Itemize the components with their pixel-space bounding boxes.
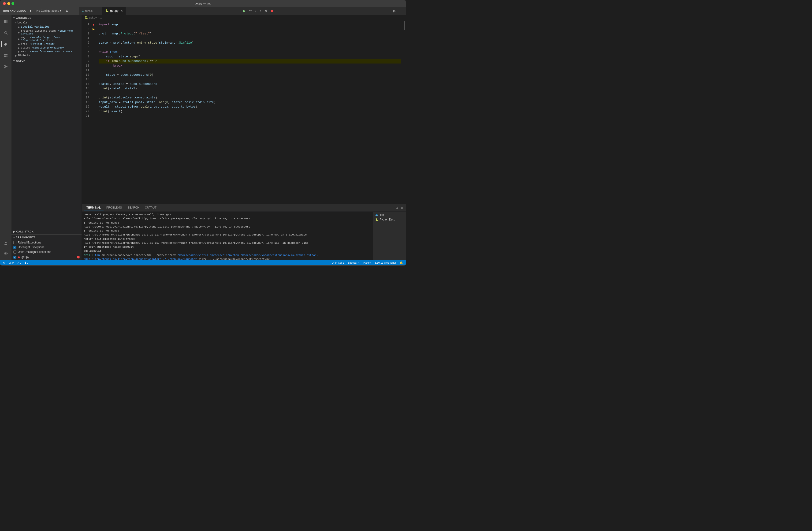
status-right: Ln 9, Col 1 Spaces: 4 Python 3.10.11 ('r… [331, 261, 404, 264]
special-vars-item[interactable]: ▶ special variables [12, 25, 82, 29]
terminal-line-10: bdb.BdbQuit [84, 249, 371, 253]
terminal-close-btn[interactable]: × [400, 205, 404, 210]
terminal-collapse-btn[interactable]: ∧ [395, 205, 399, 210]
terminal-split-btn[interactable]: ⊞ [384, 205, 388, 210]
watch-header[interactable]: ▾ WATCH [12, 58, 82, 63]
status-python-version[interactable]: 3.10.11 ('re': venv) [374, 261, 397, 264]
bp-get-py-checkbox[interactable]: ✓ [13, 256, 16, 259]
editor-scrollbar-thumb[interactable] [404, 21, 405, 30]
terminal-python-label: Python De... [379, 218, 395, 221]
run-debug-label: RUN AND DEBUG [3, 9, 27, 12]
breakpoints-header[interactable]: ▾ BREAKPOINTS [12, 234, 82, 240]
tab-label-get-py: get.py [110, 9, 118, 12]
run-to-btn[interactable]: ▷ [392, 8, 397, 14]
terminal-fish[interactable]: 🐟 fish [373, 213, 406, 217]
editor-scrollbar[interactable] [404, 20, 406, 204]
activity-search[interactable] [1, 28, 11, 38]
call-stack-header[interactable]: ▶ CALL STACK [12, 229, 82, 234]
terminal-line-6: File "/opt/homebrew/Cellar/python@3.10/3… [84, 233, 371, 237]
more-button[interactable]: ··· [71, 9, 76, 13]
settings-button[interactable]: ⚙ [65, 9, 70, 13]
ln-4: 4 [82, 36, 89, 41]
globals-group[interactable]: ▶ Globals [12, 54, 82, 58]
variables-header[interactable]: ▾ VARIABLES [12, 15, 82, 20]
code-editor[interactable]: import angr proj = angr.Project("./test"… [96, 20, 404, 204]
debug-stop-btn[interactable]: ■ [270, 8, 274, 14]
activity-source-control[interactable] [1, 62, 11, 71]
status-debug-icon[interactable]: ⚙ [2, 261, 6, 264]
tab-search[interactable]: SEARCH [125, 205, 142, 211]
terminal-add-btn[interactable]: + [379, 205, 383, 210]
tab-problems[interactable]: PROBLEMS [104, 205, 125, 211]
bp-user-uncaught-exceptions[interactable]: User Uncaught Exceptions [12, 249, 82, 254]
debug-restart-btn[interactable]: ↺ [264, 8, 269, 14]
status-notifications[interactable]: 🔔 [399, 261, 404, 264]
code-line-12: state = succ.successors[0] [99, 73, 401, 77]
run-button[interactable]: ▶ [28, 9, 33, 13]
bp-uncaught-exceptions[interactable]: ✓ Uncaught Exceptions [12, 245, 82, 249]
ln-14: 14 [82, 82, 89, 86]
status-language[interactable]: Python [362, 261, 372, 264]
return-simstate-item[interactable]: ▶ (return) SimState.step: <IRSB from 0x4… [12, 29, 82, 35]
terminal-line-7: return self.dispatch_line(frame) [84, 237, 371, 241]
bp-get-py[interactable]: ✓ ● get.py [12, 254, 82, 260]
tab-terminal[interactable]: TERMINAL [84, 205, 104, 211]
status-errors[interactable]: ⚠ 0 [8, 261, 15, 264]
tab-test-c[interactable]: C test.c [79, 7, 102, 15]
tab-get-py[interactable]: 🐍 get.py × [102, 7, 126, 15]
status-info[interactable]: ℹ 0 [24, 261, 29, 264]
succ-item[interactable]: ▶ succ: <IRSB from 0x401050: 1 sat> [12, 50, 82, 54]
terminal-panel: TERMINAL PROBLEMS SEARCH OUTPUT + ⊞ ··· … [82, 204, 406, 260]
activity-extensions[interactable] [1, 51, 11, 60]
terminal-python[interactable]: 🐍 Python De... [373, 217, 406, 222]
activity-settings[interactable] [1, 249, 11, 258]
ln-21: 21 [82, 114, 89, 118]
activity-account[interactable] [1, 239, 11, 248]
tab-output[interactable]: OUTPUT [142, 205, 159, 211]
debug-step-into-btn[interactable]: ↓ [254, 8, 258, 14]
activity-explorer[interactable] [1, 17, 11, 26]
bp-raised-exceptions[interactable]: Raised Exceptions [12, 240, 82, 245]
proj-item[interactable]: ▶ proj: <Project ./test> [12, 42, 82, 46]
locals-group[interactable]: ▾ Locals [12, 20, 82, 25]
ln-16: 16 [82, 91, 89, 96]
svg-line-3 [6, 33, 8, 34]
bp-raised-checkbox[interactable] [13, 241, 16, 244]
status-warnings[interactable]: △ 0 [16, 261, 22, 264]
debug-step-out-btn[interactable]: ↑ [259, 8, 263, 14]
activity-run-debug[interactable] [1, 39, 11, 49]
breadcrumb: 🐍 get.py › ... [82, 15, 406, 20]
tab-label-test-c: test.c [85, 9, 92, 13]
side-panel: ▾ VARIABLES ▾ Locals ▶ special variables… [12, 15, 82, 260]
debug-marker-line-9: ▶ [91, 27, 96, 32]
svg-rect-6 [4, 54, 5, 55]
variables-chevron: ▾ [13, 17, 15, 19]
ln-18: 18 [82, 100, 89, 105]
angr-item[interactable]: ▶ angr: <module 'angr' from '/Users/node… [12, 35, 82, 42]
status-spaces[interactable]: Spaces: 4 [347, 261, 360, 264]
breadcrumb-file[interactable]: get.py [89, 16, 97, 19]
minimize-button[interactable] [7, 2, 10, 5]
debug-step-over-btn[interactable]: ↷ [248, 8, 253, 14]
tab-close-get-py[interactable]: × [121, 9, 123, 13]
code-line-9: if len(succ.successors) == 2: [99, 59, 401, 63]
no-config-dropdown[interactable]: No Configurations ▾ [35, 9, 63, 13]
terminal-more-btn[interactable]: ··· [389, 205, 394, 210]
debug-continue-btn[interactable]: ▶ [242, 8, 247, 14]
bp-uncaught-checkbox[interactable]: ✓ [13, 246, 16, 249]
state-item[interactable]: ▶ state: <SimState @ 0x401050> [12, 46, 82, 50]
editor-tabs: C test.c 🐍 get.py × ▶ ↷ ↓ ↑ ↺ ■ ▷ [79, 7, 406, 15]
return-simstate-name: (return) SimState.step: <IRSB from 0x401… [21, 30, 79, 35]
terminal-actions: + ⊞ ··· ∧ × [379, 205, 404, 210]
maximize-button[interactable] [12, 2, 14, 5]
ln-12: 12 [82, 73, 89, 77]
status-position[interactable]: Ln 9, Col 1 [331, 261, 345, 264]
terminal-content[interactable]: return self.project.factory.successors(s… [82, 212, 373, 260]
bp-user-uncaught-checkbox[interactable] [13, 250, 16, 254]
breadcrumb-more[interactable]: ... [100, 16, 102, 19]
editor: 1 2 3 4 5 6 7 8 9 10 11 12 13 14 [82, 20, 406, 204]
breakpoint-line-8[interactable]: ● [91, 22, 96, 27]
close-button[interactable] [3, 2, 6, 5]
code-line-11 [99, 68, 401, 73]
debug-more-btn[interactable]: ··· [398, 8, 404, 14]
